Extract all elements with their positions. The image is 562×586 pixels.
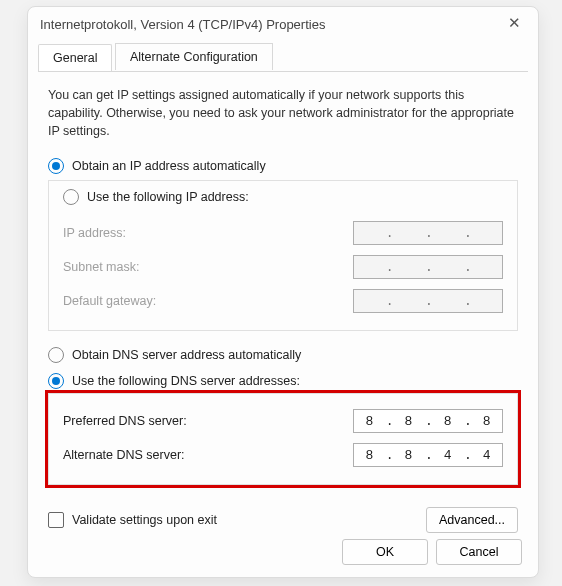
ok-button[interactable]: OK [342,539,428,565]
preferred-dns-row: Preferred DNS server: 8. 8. 8. 8 [63,404,503,438]
ip-address-input: ... [353,221,503,245]
octet: 4 [434,448,462,463]
radio-icon [48,373,64,389]
ip-manual-group: IP address: ... Subnet mask: ... Default… [48,206,518,331]
checkbox-icon [48,512,64,528]
radio-ip-manual[interactable]: Use the following IP address: [63,189,503,205]
radio-icon [48,158,64,174]
octet: 4 [473,448,501,463]
general-pane: You can get IP settings assigned automat… [48,86,518,533]
preferred-dns-label: Preferred DNS server: [63,414,353,428]
dns-manual-group: Preferred DNS server: 8. 8. 8. 8 Alterna… [48,393,518,485]
octet: 8 [394,448,422,463]
preferred-dns-input[interactable]: 8. 8. 8. 8 [353,409,503,433]
subnet-mask-row: Subnet mask: ... [63,250,503,284]
radio-ip-auto[interactable]: Obtain an IP address automatically [48,158,518,174]
alternate-dns-row: Alternate DNS server: 8. 8. 4. 4 [63,438,503,472]
radio-dns-auto[interactable]: Obtain DNS server address automatically [48,347,518,363]
octet: 8 [434,414,462,429]
subnet-mask-label: Subnet mask: [63,260,353,274]
ip-address-row: IP address: ... [63,216,503,250]
advanced-button[interactable]: Advanced... [426,507,518,533]
default-gateway-label: Default gateway: [63,294,353,308]
octet: 8 [473,414,501,429]
ip-manual-header: Use the following IP address: [48,180,518,207]
radio-ip-auto-label: Obtain an IP address automatically [72,159,266,173]
octet: 8 [355,448,383,463]
radio-dns-auto-label: Obtain DNS server address automatically [72,348,301,362]
validate-label: Validate settings upon exit [72,513,217,527]
default-gateway-input: ... [353,289,503,313]
close-icon[interactable]: ✕ [492,7,536,39]
tab-alternate-configuration[interactable]: Alternate Configuration [115,43,273,70]
radio-icon [63,189,79,205]
octet: 8 [355,414,383,429]
validate-checkbox[interactable]: Validate settings upon exit [48,512,217,528]
radio-dns-manual-label: Use the following DNS server addresses: [72,374,300,388]
alternate-dns-input[interactable]: 8. 8. 4. 4 [353,443,503,467]
default-gateway-row: Default gateway: ... [63,284,503,318]
radio-ip-manual-label: Use the following IP address: [87,190,249,204]
tab-strip: General Alternate Configuration [38,43,528,72]
alternate-dns-label: Alternate DNS server: [63,448,353,462]
validate-row: Validate settings upon exit Advanced... [48,507,518,533]
titlebar: Internetprotokoll, Version 4 (TCP/IPv4) … [28,7,538,43]
properties-dialog: Internetprotokoll, Version 4 (TCP/IPv4) … [27,6,539,578]
ip-address-label: IP address: [63,226,353,240]
octet: 8 [394,414,422,429]
window-title: Internetprotokoll, Version 4 (TCP/IPv4) … [40,17,325,32]
radio-dns-manual[interactable]: Use the following DNS server addresses: [48,373,518,389]
subnet-mask-input: ... [353,255,503,279]
radio-icon [48,347,64,363]
dialog-buttons: OK Cancel [342,539,522,565]
tab-general[interactable]: General [38,44,112,71]
intro-text: You can get IP settings assigned automat… [48,86,518,140]
cancel-button[interactable]: Cancel [436,539,522,565]
